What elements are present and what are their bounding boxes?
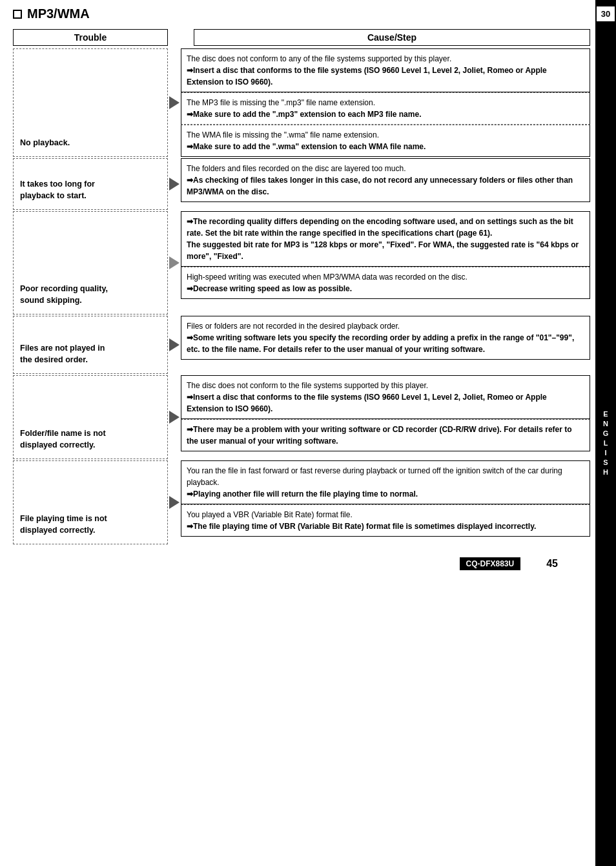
- trouble-cell-6: File playing time is notdisplayed correc…: [13, 460, 168, 544]
- arrow-col-2: [168, 158, 181, 210]
- cause-cell-4-1: Files or folders are not recorded in the…: [181, 316, 590, 360]
- arrow-icon-6: [169, 496, 180, 509]
- table-row: File playing time is notdisplayed correc…: [13, 460, 590, 544]
- trouble-cell-1: No playback.: [13, 48, 168, 157]
- header-cause: Cause/Step: [194, 29, 590, 46]
- cause-cells-4: Files or folders are not recorded in the…: [181, 316, 590, 374]
- table-row: Folder/file name is notdisplayed correct…: [13, 375, 590, 459]
- table-header: Trouble Cause/Step: [13, 29, 590, 46]
- cause-cell-5-2: ➡There may be a problem with your writin…: [181, 419, 590, 451]
- trouble-cell-4: Files are not played inthe desired order…: [13, 316, 168, 374]
- arrow-icon-4: [169, 338, 180, 351]
- table-row: No playback. The disc does not conform t…: [13, 48, 590, 157]
- cause-cell-1-2: The MP3 file is missing the ".mp3" file …: [181, 92, 590, 125]
- section-number: 30: [597, 6, 615, 21]
- arrow-col-1: [168, 48, 181, 157]
- cause-cell-2-1: The folders and files recorded on the di…: [181, 158, 590, 202]
- cause-cell-6-2: You played a VBR (Variable Bit Rate) for…: [181, 504, 590, 537]
- page-title: MP3/WMA: [13, 6, 590, 21]
- table-row: It takes too long forplayback to start. …: [13, 158, 590, 210]
- language-label: ENGLISH: [602, 410, 610, 478]
- trouble-cell-3: Poor recording quality,sound skipping.: [13, 211, 168, 314]
- page-number: 45: [546, 558, 558, 570]
- side-tab: 30 ENGLISH: [595, 0, 616, 866]
- cause-cell-3-2: High-speed writing was executed when MP3…: [181, 267, 590, 299]
- trouble-text-1: No playback.: [20, 138, 70, 149]
- model-number: CQ-DFX883U: [460, 557, 521, 570]
- cause-cells-5: The disc does not conform to the file sy…: [181, 375, 590, 459]
- cause-cells-6: You ran the file in fast forward or fast…: [181, 460, 590, 544]
- header-trouble: Trouble: [13, 29, 168, 46]
- table-row: Poor recording quality,sound skipping. ➡…: [13, 211, 590, 314]
- cause-cells-2: The folders and files recorded on the di…: [181, 158, 590, 210]
- cause-cell-5-1: The disc does not conform to the file sy…: [181, 375, 590, 419]
- title-checkbox-icon: [13, 10, 22, 19]
- cause-cell-3-1: ➡The recording quality differs depending…: [181, 211, 590, 267]
- trouble-text-3: Poor recording quality,sound skipping.: [20, 284, 108, 306]
- cause-cells-3: ➡The recording quality differs depending…: [181, 211, 590, 314]
- table-row: Files are not played inthe desired order…: [13, 316, 590, 374]
- cause-cell-6-1: You ran the file in fast forward or fast…: [181, 460, 590, 504]
- arrow-icon-5: [169, 411, 180, 424]
- cause-cells-1: The disc does not conform to any of the …: [181, 48, 590, 157]
- cause-cell-1-3: The WMA file is missing the ".wma" file …: [181, 125, 590, 157]
- title-text: MP3/WMA: [27, 6, 90, 21]
- trouble-text-5: Folder/file name is notdisplayed correct…: [20, 428, 106, 451]
- arrow-col-3: [168, 211, 181, 314]
- arrow-icon-2: [169, 178, 180, 191]
- main-content: MP3/WMA Trouble Cause/Step No playback. …: [13, 0, 590, 583]
- trouble-cell-5: Folder/file name is notdisplayed correct…: [13, 375, 168, 459]
- arrow-icon-1: [169, 96, 180, 109]
- trouble-text-6: File playing time is notdisplayed correc…: [20, 513, 107, 536]
- trouble-text-4: Files are not played inthe desired order…: [20, 343, 105, 366]
- bottom-bar: CQ-DFX883U 45: [13, 557, 590, 577]
- arrow-col-5: [168, 375, 181, 459]
- table-body: No playback. The disc does not conform t…: [13, 48, 590, 544]
- cause-cell-1-1: The disc does not conform to any of the …: [181, 48, 590, 92]
- trouble-text-2: It takes too long forplayback to start.: [20, 179, 95, 201]
- trouble-cell-2: It takes too long forplayback to start.: [13, 158, 168, 210]
- arrow-col-6: [168, 460, 181, 544]
- arrow-col-4: [168, 316, 181, 374]
- arrow-icon-3: [169, 256, 180, 269]
